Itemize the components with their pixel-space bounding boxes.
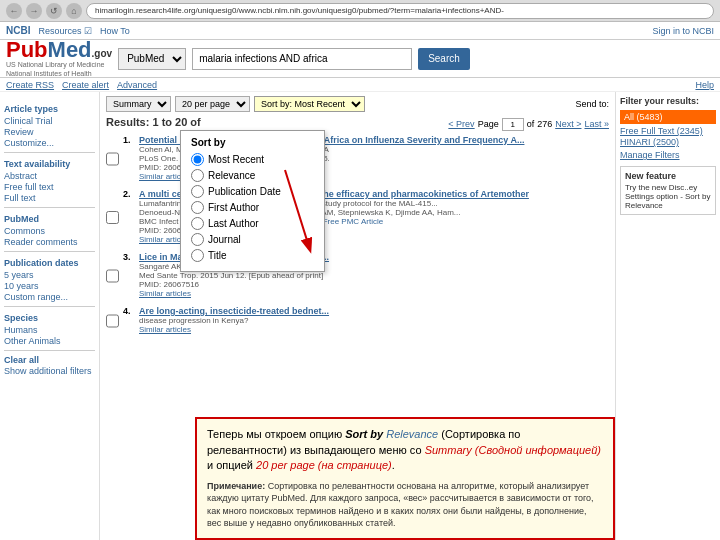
sort-dropdown: Sort by Most Recent Relevance Publicatio… — [180, 130, 325, 272]
sort-option-pub-date[interactable]: Publication Date — [191, 185, 314, 198]
next-page[interactable]: Next > — [555, 119, 581, 129]
sidebar-free-full[interactable]: Free full text — [4, 182, 95, 192]
new-feature-box: New feature Try the new Disc..ey Setting… — [620, 166, 716, 215]
manage-filters-link[interactable]: Manage Filters — [620, 150, 716, 160]
species-title: Species — [4, 313, 95, 323]
page-input[interactable] — [502, 118, 524, 131]
article-4-checkbox[interactable] — [106, 308, 119, 334]
pubmed-logo-pub: Pub — [6, 37, 48, 62]
create-rss-link[interactable]: Create RSS — [6, 80, 54, 90]
annotation-sort-by: Sort by — [345, 428, 383, 440]
ncbi-howto[interactable]: How To — [100, 26, 130, 36]
page-total: 276 — [537, 119, 552, 129]
sidebar-show-filters[interactable]: Show additional filters — [4, 366, 95, 376]
url-bar[interactable]: himarilogin.research4life.org/uniquesig0… — [86, 3, 714, 19]
help-link[interactable]: Help — [695, 80, 714, 90]
sort-option-relevance[interactable]: Relevance — [191, 169, 314, 182]
sidebar-other-animals[interactable]: Other Animals — [4, 336, 95, 346]
sidebar-reader-comments[interactable]: Reader comments — [4, 237, 95, 247]
sort-option-journal[interactable]: Journal — [191, 233, 314, 246]
annotation-main-text: Теперь мы откроем опцию Sort by Relevanc… — [207, 427, 603, 473]
annotation-note: Примечание: Сортировка по релевантности … — [207, 480, 603, 530]
article-4-title[interactable]: Are long-acting, insecticide-treated bed… — [139, 306, 329, 316]
sidebar-review[interactable]: Review — [4, 127, 95, 137]
divider-3 — [4, 251, 95, 252]
search-input[interactable] — [192, 48, 412, 70]
text-avail-title: Text availability — [4, 159, 95, 169]
divider-1 — [4, 152, 95, 153]
filter-free-full[interactable]: Free Full Text (2345) — [620, 126, 716, 136]
annotation-mid3: и опцией — [207, 459, 256, 471]
advanced-link[interactable]: Advanced — [117, 80, 157, 90]
sort-option-first-author[interactable]: First Author — [191, 201, 314, 214]
annotation-end: . — [392, 459, 395, 471]
divider-5 — [4, 350, 95, 351]
sort-select[interactable]: Sort by: Most Recent — [254, 96, 365, 112]
sidebar-fulltext[interactable]: Full text — [4, 193, 95, 203]
divider-4 — [4, 306, 95, 307]
annotation-box: Теперь мы откроем опцию Sort by Relevanc… — [195, 417, 615, 540]
pagination: < Prev Page of 276 Next > Last » — [448, 118, 609, 131]
annotation-relevance: Relevance — [386, 428, 438, 440]
article-3-similar[interactable]: Similar articles — [139, 289, 329, 298]
database-select[interactable]: PubMed — [118, 48, 186, 70]
article-2-number: 2. — [123, 189, 135, 244]
article-3-checkbox[interactable] — [106, 254, 119, 298]
sidebar-clinical-trial[interactable]: Clinical Trial — [4, 116, 95, 126]
url-text: himarilogin.research4life.org/uniquesig0… — [95, 6, 504, 15]
filter-title: Filter your results: — [620, 96, 716, 106]
annotation-summary: Summary (Сводной информацией) — [425, 444, 601, 456]
pubmed-logo-gov: .gov — [92, 48, 113, 59]
filter-hinari[interactable]: HINARI (2500) — [620, 137, 716, 147]
article-1-checkbox[interactable] — [106, 137, 119, 181]
sub-header: Create RSS Create alert Advanced Help — [0, 78, 720, 92]
filter-all-button[interactable]: All (5483) — [620, 110, 716, 124]
summary-select[interactable]: Summary — [106, 96, 171, 112]
article-item: 4. Are long-acting, insecticide-treated … — [106, 306, 609, 334]
ncbi-resources[interactable]: Resources ☑ — [38, 26, 92, 36]
article-1-number: 1. — [123, 135, 135, 181]
left-sidebar: Article types Clinical Trial Review Cust… — [0, 92, 100, 540]
article-2-checkbox[interactable] — [106, 191, 119, 244]
back-button[interactable]: ← — [6, 3, 22, 19]
annotation-perpage: 20 per page (на странице) — [256, 459, 392, 471]
search-button[interactable]: Search — [418, 48, 470, 70]
sidebar-abstract[interactable]: Abstract — [4, 171, 95, 181]
article-4-content: Are long-acting, insecticide-treated bed… — [139, 306, 329, 334]
sidebar-humans[interactable]: Humans — [4, 325, 95, 335]
ncbi-logo: NCBI — [6, 25, 30, 36]
article-4-similar[interactable]: Similar articles — [139, 325, 329, 334]
browser-bar: ← → ↺ ⌂ himarilogin.research4life.org/un… — [0, 0, 720, 22]
sort-option-title[interactable]: Title — [191, 249, 314, 262]
sort-option-most-recent[interactable]: Most Recent — [191, 153, 314, 166]
sidebar-customize[interactable]: Customize... — [4, 138, 95, 148]
create-alert-link[interactable]: Create alert — [62, 80, 109, 90]
sidebar-clear-all[interactable]: Clear all — [4, 355, 95, 365]
sidebar-10years[interactable]: 10 years — [4, 281, 95, 291]
refresh-button[interactable]: ↺ — [46, 3, 62, 19]
article-3-number: 3. — [123, 252, 135, 298]
forward-button[interactable]: → — [26, 3, 42, 19]
article-3-pmid: PMID: 26067516 — [139, 280, 329, 289]
ncbi-signin[interactable]: Sign in to NCBI — [652, 26, 714, 36]
pubmed-header: PubMed.gov US National Library of Medici… — [0, 40, 720, 78]
article-4-number: 4. — [123, 306, 135, 334]
annotation-note-title: Примечание: — [207, 481, 268, 491]
article-4-subtitle: disease progression in Kenya? — [139, 316, 329, 325]
right-sidebar: Filter your results: All (5483) Free Ful… — [615, 92, 720, 540]
home-button[interactable]: ⌂ — [66, 3, 82, 19]
ncbi-header: NCBI Resources ☑ How To Sign in to NCBI — [0, 22, 720, 40]
results-heading: Results: 1 to 20 of — [106, 116, 201, 128]
sidebar-5years[interactable]: 5 years — [4, 270, 95, 280]
sort-option-last-author[interactable]: Last Author — [191, 217, 314, 230]
send-to-label: Send to: — [575, 99, 609, 109]
last-page[interactable]: Last » — [584, 119, 609, 129]
sidebar-custom-range[interactable]: Custom range... — [4, 292, 95, 302]
sidebar-commons[interactable]: Commons — [4, 226, 95, 236]
annotation-pre: Теперь мы откроем опцию — [207, 428, 345, 440]
main-content: Summary 20 per page Sort by: Most Recent… — [100, 92, 615, 540]
article-3-journal: Med Sante Trop. 2015 Jun 12. [Epub ahead… — [139, 271, 329, 280]
new-feature-title: New feature — [625, 171, 711, 181]
prev-page[interactable]: < Prev — [448, 119, 474, 129]
per-page-select[interactable]: 20 per page — [175, 96, 250, 112]
